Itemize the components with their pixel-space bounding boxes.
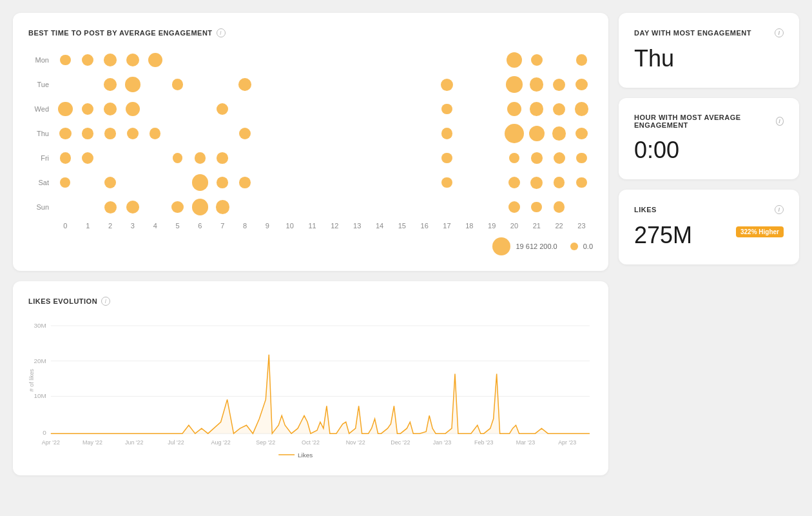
svg-text:10M: 10M bbox=[34, 392, 46, 399]
bubble-dot bbox=[554, 201, 565, 213]
bubble-cell-thu-23 bbox=[570, 121, 593, 146]
bubble-cell-sun-5 bbox=[166, 195, 189, 219]
bubble-dot bbox=[58, 102, 73, 117]
row-label-thu: Thu bbox=[28, 130, 54, 137]
likes-chart-area: 30M 20M 10M 0 # of likes Apr '22 May '22 bbox=[28, 316, 593, 460]
bubble-cell-wed-11 bbox=[301, 97, 324, 121]
bubble-dot bbox=[576, 177, 587, 188]
likes-line bbox=[51, 355, 590, 433]
bubble-cell-thu-8 bbox=[234, 121, 256, 146]
bubble-dot bbox=[104, 54, 117, 66]
bubble-cell-fri-13 bbox=[346, 146, 369, 170]
bubble-cell-fri-22 bbox=[548, 146, 570, 170]
bubble-cell-wed-10 bbox=[278, 97, 301, 121]
hour-engagement-info-icon[interactable]: i bbox=[776, 117, 784, 126]
bubble-cell-mon-14 bbox=[369, 48, 391, 72]
bubble-dot bbox=[530, 77, 543, 91]
bubble-dot bbox=[216, 200, 229, 213]
bubble-cell-thu-7 bbox=[211, 121, 234, 146]
bubble-cell-thu-15 bbox=[391, 121, 413, 146]
bubble-cell-mon-17 bbox=[436, 48, 458, 72]
best-time-info-icon[interactable]: i bbox=[217, 28, 226, 37]
likes-evolution-info-icon[interactable]: i bbox=[101, 297, 110, 306]
bubble-cell-sat-22 bbox=[548, 170, 570, 195]
bubble-dot bbox=[238, 78, 251, 91]
bubble-dot bbox=[82, 54, 93, 66]
bubble-cell-wed-20 bbox=[503, 97, 526, 121]
bubble-dot bbox=[441, 153, 452, 164]
bubble-cell-wed-8 bbox=[234, 97, 256, 121]
bubble-dot bbox=[441, 104, 452, 115]
bubble-cell-wed-17 bbox=[436, 97, 458, 121]
bubble-cell-mon-1 bbox=[77, 48, 99, 72]
hour-engagement-label: HOUR WITH MOST AVERAGE ENGAGEMENT i bbox=[634, 114, 784, 129]
bubble-cell-fri-17 bbox=[436, 146, 458, 170]
bubble-cell-wed-2 bbox=[99, 97, 122, 121]
sidebar: DAY WITH MOST ENGAGEMENT i Thu HOUR WITH… bbox=[619, 13, 799, 264]
bubble-cell-mon-9 bbox=[256, 48, 278, 72]
bubble-cell-fri-15 bbox=[391, 146, 413, 170]
bubble-dot bbox=[192, 199, 209, 215]
bubble-cell-sat-19 bbox=[481, 170, 503, 195]
bubble-dot bbox=[239, 177, 251, 188]
bubble-cell-tue-15 bbox=[391, 72, 413, 97]
bubble-cell-wed-3 bbox=[121, 97, 144, 121]
bubble-cell-wed-23 bbox=[570, 97, 593, 121]
bubble-cell-mon-22 bbox=[548, 48, 570, 72]
bubble-cell-sun-22 bbox=[548, 195, 570, 219]
x-label-12: 12 bbox=[324, 222, 346, 230]
likes-info-icon[interactable]: i bbox=[775, 205, 784, 214]
bubble-cell-mon-18 bbox=[458, 48, 481, 72]
bubble-cell-sat-12 bbox=[324, 170, 346, 195]
likes-card: LIKES i 275M 322% Higher bbox=[619, 190, 799, 264]
bubble-dot bbox=[104, 78, 117, 91]
x-label-18: 18 bbox=[458, 222, 481, 230]
bubble-dot bbox=[60, 152, 72, 164]
bubble-cell-sat-8 bbox=[234, 170, 256, 195]
bubble-cell-sun-4 bbox=[144, 195, 166, 219]
bubble-chart-container: MonTueWedThuFriSatSun 012345678910111213… bbox=[28, 48, 593, 255]
bubble-cell-wed-9 bbox=[256, 97, 278, 121]
bubble-cell-tue-16 bbox=[413, 72, 436, 97]
bubble-dot bbox=[441, 128, 453, 139]
day-engagement-info-icon[interactable]: i bbox=[775, 28, 784, 37]
bubble-cell-thu-18 bbox=[458, 121, 481, 146]
bubble-cell-wed-12 bbox=[324, 97, 346, 121]
bubble-cell-mon-5 bbox=[166, 48, 189, 72]
bubble-cell-sat-0 bbox=[54, 170, 77, 195]
bubble-cell-thu-19 bbox=[481, 121, 503, 146]
bubble-dot bbox=[552, 126, 566, 140]
bubble-cell-wed-13 bbox=[346, 97, 369, 121]
bubble-cell-tue-3 bbox=[121, 72, 144, 97]
bubble-cell-tue-7 bbox=[211, 72, 234, 97]
bubble-cell-mon-8 bbox=[234, 48, 256, 72]
bubble-cell-fri-10 bbox=[278, 146, 301, 170]
svg-text:Oct '22: Oct '22 bbox=[302, 439, 320, 446]
bubble-dot bbox=[173, 153, 182, 163]
bubble-dot bbox=[576, 153, 587, 164]
bubble-cells-sun bbox=[54, 195, 593, 219]
day-engagement-card: DAY WITH MOST ENGAGEMENT i Thu bbox=[619, 13, 799, 88]
bubble-cell-tue-5 bbox=[166, 72, 189, 97]
x-label-8: 8 bbox=[234, 222, 256, 230]
bubble-dot bbox=[60, 55, 71, 66]
bubble-cell-wed-18 bbox=[458, 97, 481, 121]
legend-min: 0.0 bbox=[570, 243, 593, 250]
bubble-cell-sat-1 bbox=[77, 170, 99, 195]
bubble-dot bbox=[125, 77, 140, 92]
bubble-cell-fri-1 bbox=[77, 146, 99, 170]
bubble-cell-sun-2 bbox=[99, 195, 122, 219]
svg-text:Nov '22: Nov '22 bbox=[346, 439, 365, 446]
bubble-cell-wed-7 bbox=[211, 97, 234, 121]
svg-text:Apr '22: Apr '22 bbox=[42, 439, 60, 446]
x-label-3: 3 bbox=[121, 222, 144, 230]
x-label-0: 0 bbox=[54, 222, 77, 230]
x-label-11: 11 bbox=[301, 222, 324, 230]
legend-max: 19 612 200.0 bbox=[492, 237, 557, 255]
bubble-cell-wed-14 bbox=[369, 97, 391, 121]
likes-chart-svg: 30M 20M 10M 0 # of likes Apr '22 May '22 bbox=[28, 316, 593, 457]
svg-text:0: 0 bbox=[43, 429, 46, 436]
x-label-7: 7 bbox=[211, 222, 234, 230]
bubble-dot bbox=[506, 76, 523, 93]
bubble-cell-tue-14 bbox=[369, 72, 391, 97]
